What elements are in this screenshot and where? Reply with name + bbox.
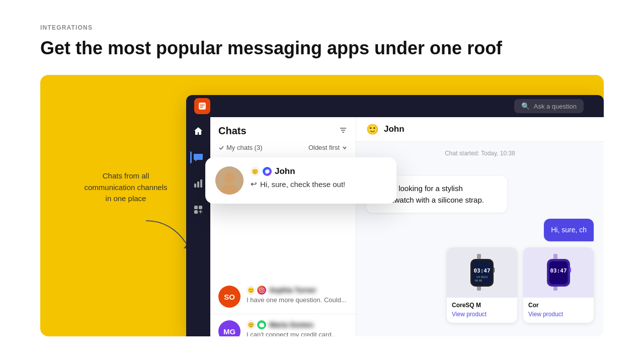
chat-name-sophia: Sophia Turner bbox=[269, 286, 316, 294]
annotation-text: Chats from all communication channels in… bbox=[80, 170, 171, 205]
conv-user-icon: 🙂 bbox=[366, 123, 379, 135]
platform-icons-maria: 🙂 bbox=[247, 320, 266, 329]
smile-icon-maria: 🙂 bbox=[247, 320, 256, 329]
chat-preview-sophia: I have one more question. Could... bbox=[247, 296, 348, 304]
chat-item-content-maria: 🙂 Maria Gomes I can't connect my c bbox=[247, 320, 348, 336]
filter-icon[interactable] bbox=[339, 126, 348, 137]
chat-item-top-sophia: 🙂 Sophia Turner bbox=[247, 286, 348, 295]
svg-text:03:47: 03:47 bbox=[473, 267, 490, 274]
product-card-1: 03:47 V4 9623 CoreSQ M bbox=[447, 247, 517, 323]
page-wrapper: INTEGRATIONS Get the most popular messag… bbox=[0, 0, 644, 336]
svg-rect-17 bbox=[260, 288, 264, 293]
avatar-maria: MG bbox=[218, 320, 240, 336]
conv-user-name: John bbox=[384, 124, 405, 134]
chat-list-panel: Chats bbox=[210, 117, 356, 336]
floating-message: ↩ Hi, sure, check these out! bbox=[251, 179, 386, 189]
avatar-sophia: SO bbox=[218, 286, 240, 308]
product-card-img-2: 03:47 bbox=[523, 247, 594, 298]
svg-rect-1 bbox=[199, 103, 206, 110]
svg-rect-6 bbox=[199, 206, 202, 209]
sort-selector[interactable]: Oldest first bbox=[308, 144, 348, 151]
search-bar[interactable]: 🔍 Ask a question bbox=[514, 99, 584, 113]
floating-card-top: 🙂 John bbox=[251, 166, 386, 176]
chat-item-content-sophia: 🙂 Sophia Turner bbox=[247, 286, 348, 304]
svg-text:03:47: 03:47 bbox=[550, 267, 567, 274]
chat-item-sophia[interactable]: SO 🙂 bbox=[210, 280, 356, 314]
app-mockup: 🔍 Ask a question bbox=[186, 95, 604, 336]
product-link-2[interactable]: View product bbox=[523, 311, 594, 323]
svg-rect-20 bbox=[477, 254, 481, 259]
sidebar-nav bbox=[186, 117, 210, 336]
message-sender-label: John Hi, I'm looking for a stylish smart… bbox=[366, 167, 594, 213]
svg-rect-27 bbox=[475, 280, 478, 282]
product-link-1[interactable]: View product bbox=[447, 311, 517, 323]
svg-rect-5 bbox=[194, 206, 198, 209]
platform-icons-sophia: 🙂 bbox=[247, 286, 266, 295]
floating-smile-icon: 🙂 bbox=[251, 167, 260, 176]
nav-home-icon[interactable] bbox=[190, 123, 206, 139]
svg-rect-28 bbox=[479, 280, 482, 282]
page-headline: Get the most popular messaging apps unde… bbox=[40, 37, 604, 59]
sent-message-bubble: Hi, sure, ch bbox=[544, 219, 594, 241]
chat-item-maria[interactable]: MG 🙂 bbox=[210, 314, 356, 336]
svg-point-15 bbox=[224, 172, 234, 184]
chat-preview-maria: I can't connect my credit card... bbox=[247, 331, 348, 336]
chat-item-top-maria: 🙂 Maria Gomes bbox=[247, 320, 348, 329]
app-logo bbox=[194, 98, 210, 114]
floating-name: John bbox=[275, 166, 295, 176]
top-bar: 🔍 Ask a question bbox=[186, 95, 604, 117]
floating-reply-arrow: ↩ bbox=[251, 179, 257, 189]
floating-messenger-icon bbox=[263, 167, 272, 176]
svg-text:V4 9623: V4 9623 bbox=[476, 276, 488, 279]
product-name-1: CoreSQ M bbox=[447, 298, 517, 311]
svg-point-18 bbox=[261, 289, 263, 291]
floating-chat-card: 🙂 John ↩ Hi, sure, check the bbox=[205, 157, 396, 204]
svg-rect-2 bbox=[194, 184, 196, 188]
search-icon: 🔍 bbox=[521, 102, 530, 110]
product-card-2: 03:47 Cor View product bbox=[523, 247, 594, 323]
floating-card-content: 🙂 John ↩ Hi, sure, check the bbox=[251, 166, 386, 189]
svg-rect-36 bbox=[570, 267, 571, 273]
instagram-icon bbox=[257, 286, 266, 295]
product-name-2: Cor bbox=[523, 298, 594, 311]
svg-rect-30 bbox=[553, 254, 557, 259]
nav-chat-icon[interactable] bbox=[190, 149, 206, 165]
nav-apps-icon[interactable] bbox=[190, 202, 206, 218]
svg-rect-7 bbox=[194, 210, 198, 214]
chat-started-label: Chat started: Today, 10:38 bbox=[366, 150, 594, 157]
section-label: INTEGRATIONS bbox=[40, 24, 604, 31]
product-card-img-1: 03:47 V4 9623 bbox=[447, 247, 517, 298]
svg-point-19 bbox=[263, 289, 263, 289]
svg-rect-3 bbox=[197, 182, 199, 188]
chat-list-header: Chats bbox=[210, 117, 356, 141]
yellow-feature-card: Chats from all communication channels in… bbox=[40, 75, 604, 336]
svg-rect-29 bbox=[493, 267, 495, 273]
svg-rect-4 bbox=[200, 179, 202, 188]
chat-conversation-panel: 🙂 John Chat started: Today, 10:38 John H… bbox=[356, 117, 604, 336]
smile-icon-sophia: 🙂 bbox=[247, 286, 256, 295]
my-chats-label: My chats (3) bbox=[218, 144, 263, 151]
product-cards-row: 03:47 V4 9623 CoreSQ M bbox=[447, 247, 594, 323]
whatsapp-icon bbox=[257, 320, 266, 329]
floating-avatar-john bbox=[215, 166, 244, 195]
chat-name-maria: Maria Gomes bbox=[269, 321, 313, 329]
chat-list-title: Chats bbox=[218, 125, 247, 137]
nav-analytics-icon[interactable] bbox=[190, 175, 206, 192]
main-area: Chats bbox=[186, 117, 604, 336]
chat-group-header: My chats (3) Oldest first bbox=[210, 141, 356, 154]
search-placeholder: Ask a question bbox=[534, 103, 577, 110]
conv-header: 🙂 John bbox=[356, 117, 604, 142]
